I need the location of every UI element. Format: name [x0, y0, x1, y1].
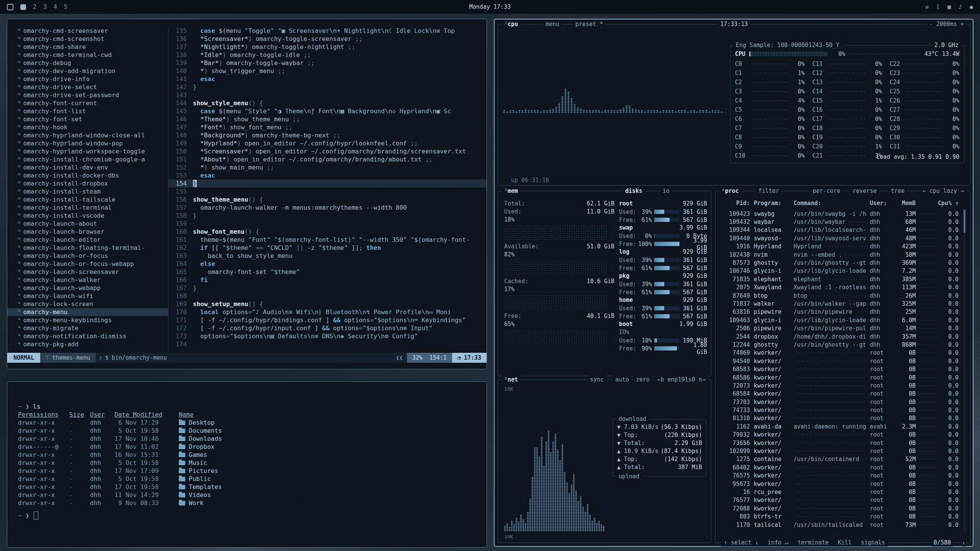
process-row[interactable]: 74733kworker/root0B0.0	[721, 406, 959, 414]
process-row[interactable]: 87573ghostty/usr/bin/ghostty --gtk-dhh36…	[721, 259, 959, 267]
file-list-item[interactable]: *omarchy-install-docker-dbs	[7, 171, 168, 179]
code-line[interactable]: 147 *Font*) show_font_menu ;;	[168, 123, 487, 131]
process-row[interactable]: 76577kworker/root0B0.0	[721, 496, 959, 504]
scrollbar-thumb[interactable]	[964, 210, 965, 233]
code-line[interactable]: 151 *About*) open_in_editor ~/.config/om…	[168, 155, 487, 163]
process-row[interactable]: 109440swayosd-/usr/lib/swayosd-serverdhh…	[721, 234, 959, 242]
workspace-1-active-icon[interactable]	[20, 4, 26, 10]
workspace-4[interactable]: 4	[54, 3, 57, 10]
process-row[interactable]: 16rcu_preeroot0B0.0	[721, 488, 959, 496]
process-row[interactable]: 95673kworker/root0B0.0	[721, 480, 959, 488]
col-memb[interactable]: MemB	[896, 200, 916, 207]
process-row[interactable]: 73703kworker/root0B0.0	[721, 398, 959, 406]
net-interface[interactable]: ←b enp191s0 n→	[655, 376, 708, 383]
per-core-button[interactable]: per-core	[810, 187, 843, 195]
file-list-item[interactable]: *omarchy-install-chromium-google-a	[7, 155, 168, 163]
process-row[interactable]: 68583kworker/root0B0.0	[721, 365, 959, 373]
code-line[interactable]: 159	[168, 220, 487, 228]
process-row[interactable]: 2506pipewire/usr/bin/pipewire-pulsedhh14…	[721, 324, 959, 332]
file-list-item[interactable]: *omarchy-debug	[7, 59, 168, 67]
code-line[interactable]: 152 *) show_main_menu ;;	[168, 163, 487, 171]
file-list-item[interactable]: *omarchy-install-vscode	[7, 212, 168, 220]
terminal-window[interactable]: ~ ❯ ls Permissions Size User Date Modifi…	[7, 381, 487, 548]
volume-icon[interactable]: ♪	[959, 3, 962, 10]
file-list-item[interactable]: *omarchy-cmd-terminal-cwd	[7, 51, 168, 59]
preset-button[interactable]: preset *	[573, 20, 605, 28]
file-list-item[interactable]: *omarchy-pkg-add	[7, 340, 168, 348]
process-row[interactable]: 81310kworker/root0B0.0	[721, 414, 959, 422]
file-list-item[interactable]: *omarchy-launch-walker	[7, 276, 168, 284]
workspace-3[interactable]: 3	[43, 3, 47, 10]
process-row[interactable]: 68586kworker/root0B0.0	[721, 373, 959, 381]
code-line[interactable]: 158}	[168, 212, 487, 220]
workspace-5[interactable]: 5	[64, 3, 67, 10]
file-list-item[interactable]: *omarchy-font-current	[7, 99, 168, 107]
network-icon[interactable]: ⇄	[925, 3, 929, 10]
code-line[interactable]: 136 *Screensaver*) omarchy-toggle-screen…	[168, 35, 487, 43]
process-row[interactable]: 1162avahi-daavahi-daemon: running [avahi…	[721, 422, 959, 430]
process-row[interactable]: 109423swaybg/usr/bin/swaybg -i /homdhh13…	[721, 210, 959, 218]
kill-hint[interactable]: Kill	[838, 539, 852, 546]
file-list-item[interactable]: *omarchy-launch-floating-terminal-	[7, 244, 168, 252]
nvim-cmdline[interactable]	[7, 363, 487, 369]
code-line[interactable]: 167}	[168, 284, 487, 292]
file-list-item[interactable]: *omarchy-notification-dismiss	[7, 332, 168, 340]
code-line[interactable]: 142}	[168, 83, 487, 91]
file-list-item[interactable]: *omarchy-install-dev-env	[7, 163, 168, 171]
code-line[interactable]: 172 [ -f ~/.config/hypr/input.conf ] && …	[168, 324, 487, 332]
code-line[interactable]: 169show_setup_menu() {	[168, 300, 487, 308]
code-line[interactable]: 137 *Nightlight*) omarchy-toggle-nightli…	[168, 43, 487, 51]
col-cpu[interactable]: Cpu% ↑	[920, 200, 959, 207]
process-row[interactable]: 76575kworker/root0B0.0	[721, 472, 959, 480]
bluetooth-icon[interactable]: ᛒ	[936, 3, 940, 10]
scroll-down-icon[interactable]: ↓	[962, 539, 965, 546]
code-line[interactable]: 160show_font_menu() {	[168, 228, 487, 236]
code-line[interactable]: 166 fi	[168, 276, 487, 284]
code-line[interactable]: 156show_theme_menu() {	[168, 196, 487, 204]
process-row[interactable]: 94540kworker/root0B0.0	[721, 357, 959, 365]
file-list-item[interactable]: *omarchy-drive-info	[7, 75, 168, 83]
process-row[interactable]: 87649btopbtopdhh26M0.0	[721, 292, 959, 300]
file-list-item[interactable]: *omarchy-install-steam	[7, 187, 168, 196]
file-list-item[interactable]: *omarchy-menu	[7, 308, 168, 316]
file-list-item[interactable]: *omarchy-lock-screen	[7, 300, 168, 308]
code-line[interactable]: 149 *Hyprland*) open_in_editor ~/.config…	[168, 139, 487, 147]
code-line[interactable]: 161 theme=$(menu "Font" "$(omarchy-font-…	[168, 236, 487, 244]
io-toggle[interactable]: io	[660, 187, 672, 195]
file-list-item[interactable]: *omarchy-drive-set-password	[7, 91, 168, 99]
code-line[interactable]: 165 omarchy-font-set "$theme"	[168, 268, 487, 276]
col-command[interactable]: Command:	[794, 200, 866, 207]
code-line[interactable]: 145 case $(menu "Style" "◑ Theme\nƒ Font…	[168, 107, 487, 115]
display-icon[interactable]: ▦	[947, 3, 951, 10]
file-list-item[interactable]: *omarchy-launch-browser	[7, 228, 168, 236]
terminate-hint[interactable]: terminate	[798, 539, 829, 546]
file-list-item[interactable]: *omarchy-font-list	[7, 107, 168, 115]
code-line[interactable]: 174	[168, 340, 487, 348]
file-list-item[interactable]: *omarchy-hook	[7, 123, 168, 131]
process-row[interactable]: 1916HyprlandHyprlanddhh423M0.0	[721, 243, 959, 251]
file-list-item[interactable]: *omarchy-launch-screensaver	[7, 268, 168, 276]
code-line[interactable]: 141 esac	[168, 75, 487, 83]
code-line[interactable]: 150 *Screensaver*) open_in_editor ~/.con…	[168, 147, 487, 155]
code-line[interactable]: 139 *Bar*) omarchy-toggle-waybar ;;	[168, 59, 487, 67]
workspace-2[interactable]: 2	[33, 3, 36, 10]
col-user[interactable]: User:	[870, 200, 892, 207]
process-row[interactable]: 68402kworker/root0B0.0	[721, 463, 959, 471]
process-row[interactable]: 803btrfs-trroot0B0.0	[721, 512, 959, 520]
process-row[interactable]: 109344localsea/usr/lib/localsearch-exdhh…	[721, 226, 959, 234]
code-line[interactable]: 164 else	[168, 260, 487, 268]
file-list-item[interactable]: *omarchy-cmd-screenshot	[7, 35, 168, 43]
code-line[interactable]: 140 *) show_trigger_menu ;;	[168, 67, 487, 75]
process-row[interactable]: 72073kworker/root0B0.0	[721, 381, 959, 390]
process-row[interactable]: 1275containe/usr/bin/containerdroot52M0.…	[721, 455, 959, 463]
code-line[interactable]: 135 case $(menu "Toggle" "▣ Screensaver\…	[168, 27, 487, 35]
prompt-line-empty[interactable]: ~ ❯	[18, 512, 477, 520]
process-row[interactable]: 109432waybar/usr/bin/waybardhh68M0.0	[721, 218, 959, 226]
code-line[interactable]: 162 if [[ "$theme" == "CNCLD" || -z "$th…	[168, 244, 487, 252]
process-row[interactable]: 1170tailscal/usr/sbin/tailscaled --root7…	[721, 521, 959, 529]
code-line[interactable]: 143	[168, 91, 487, 99]
select-hint[interactable]: ↑ select ↓	[724, 539, 758, 546]
process-row[interactable]: 79032kworker/root0B0.0	[721, 431, 959, 439]
code-line[interactable]: 157 omarchy-launch-walker -m menus:omarc…	[168, 204, 487, 212]
file-list-item[interactable]: *omarchy-launch-about	[7, 220, 168, 228]
